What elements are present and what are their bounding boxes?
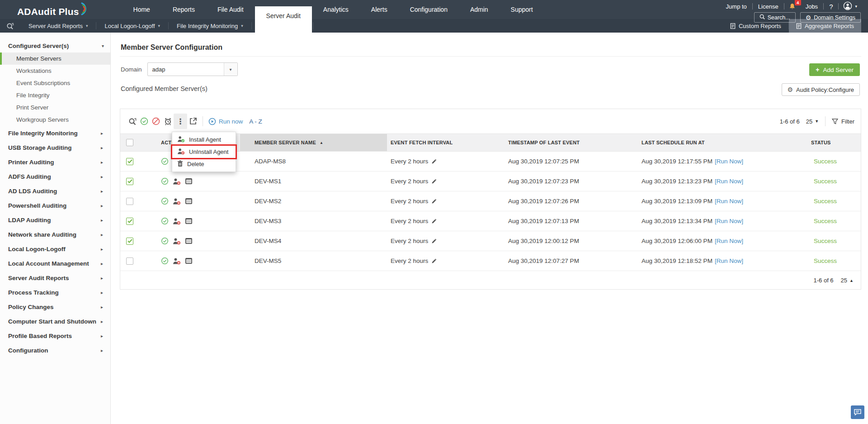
event-schedule-icon[interactable] [185, 257, 193, 264]
footer-page-size-select[interactable]: 25 ▲ [841, 277, 854, 284]
sidebar-item-file-integrity-monitoring[interactable]: File Integrity Monitoring▸ [0, 126, 110, 140]
sidebar-group-configured-servers[interactable]: Configured Server(s) ▾ [0, 39, 110, 52]
notifications-bell-icon[interactable]: 4 [784, 3, 800, 10]
audit-enabled-icon[interactable] [161, 237, 169, 245]
row-checkbox[interactable] [126, 257, 133, 265]
chat-widget-button[interactable] [851, 405, 864, 419]
user-menu[interactable]: ▾ [839, 1, 862, 12]
sidebar-item-usb-storage-auditing[interactable]: USB Storage Auditing▸ [0, 140, 110, 155]
run-now-link[interactable]: [Run Now] [715, 218, 743, 224]
sidebar-item-ad-lds-auditing[interactable]: AD LDS Auditing▸ [0, 184, 110, 198]
uninstall-agent-icon[interactable] [173, 218, 181, 225]
event-schedule-icon[interactable] [185, 238, 193, 244]
menu-item-uninstall-agent[interactable]: UnInstall Agent [172, 146, 236, 158]
nav-item-support[interactable]: Support [500, 0, 544, 19]
sidebar-item-powershell-auditing[interactable]: Powershell Auditing▸ [0, 198, 110, 213]
jobs-link[interactable]: Jobs [800, 3, 823, 10]
column-header-member-server-name[interactable]: MEMBER SERVER NAME ▲ [240, 134, 387, 151]
nav-item-server-audit[interactable]: Server Audit [255, 6, 312, 33]
sidebar-item-printer-auditing[interactable]: Printer Auditing▸ [0, 155, 110, 169]
sidebar-item-server-audit-reports[interactable]: Server Audit Reports▸ [0, 271, 110, 285]
column-header-timestamp-of-last-event[interactable]: TIMESTAMP OF LAST EVENT [505, 134, 638, 151]
sidebar-item-ldap-auditing[interactable]: LDAP Auditing▸ [0, 213, 110, 227]
enable-audit-icon[interactable] [138, 114, 150, 128]
sidebar-item-member-servers[interactable]: Member Servers [0, 52, 110, 65]
nav-item-file-audit[interactable]: File Audit [206, 0, 255, 19]
uninstall-agent-icon[interactable] [173, 198, 181, 205]
page-size-select[interactable]: 25 ▼ [806, 118, 819, 125]
disable-audit-icon[interactable] [150, 114, 162, 128]
edit-pencil-icon[interactable] [431, 158, 437, 164]
sidebar-item-workgroup-servers[interactable]: Workgroup Servers [0, 114, 110, 126]
add-server-button[interactable]: + Add Server [809, 63, 860, 76]
sidebar-item-network-share-auditing[interactable]: Network share Auditing▸ [0, 227, 110, 242]
edit-pencil-icon[interactable] [431, 198, 437, 204]
sidebar-item-policy-changes[interactable]: Policy Changes▸ [0, 300, 110, 314]
sidebar-item-local-account-management[interactable]: Local Account Management▸ [0, 256, 110, 271]
row-checkbox[interactable] [126, 218, 133, 225]
run-now-link[interactable]: [Run Now] [715, 198, 743, 205]
app-logo[interactable]: ADAudit Plus [17, 2, 90, 17]
sidebar-item-print-server[interactable]: Print Server [0, 101, 110, 114]
audit-enabled-icon[interactable] [161, 177, 169, 185]
jump-to-link[interactable]: Jump to [721, 3, 752, 10]
row-checkbox[interactable] [126, 178, 133, 185]
audit-policy-configure-button[interactable]: ⚙ Audit Policy:Configure [782, 83, 860, 96]
row-checkbox[interactable] [126, 198, 133, 205]
run-now-link[interactable]: [Run Now] [715, 158, 743, 165]
run-now-link[interactable]: [Run Now] [715, 178, 743, 185]
select-all-checkbox[interactable] [126, 139, 133, 146]
domain-select[interactable]: adap ▾ [147, 62, 238, 76]
sidebar-item-computer-start-and-shutdown[interactable]: Computer Start and Shutdown▸ [0, 314, 110, 329]
edit-pencil-icon[interactable] [431, 238, 437, 244]
nav-item-reports[interactable]: Reports [161, 0, 206, 19]
nav-item-configuration[interactable]: Configuration [399, 0, 459, 19]
column-header-status[interactable]: STATUS [807, 134, 861, 151]
nav-item-analytics[interactable]: Analytics [312, 0, 360, 19]
audit-enabled-icon[interactable] [161, 157, 169, 165]
edit-pencil-icon[interactable] [431, 218, 437, 224]
edit-pencil-icon[interactable] [431, 258, 437, 264]
sidebar-item-adfs-auditing[interactable]: ADFS Auditing▸ [0, 169, 110, 184]
column-header-event-fetch-interval[interactable]: EVENT FETCH INTERVAL [387, 134, 505, 151]
menu-item-delete[interactable]: Delete [172, 158, 236, 170]
nav-item-home[interactable]: Home [122, 0, 161, 19]
more-actions-kebab-icon[interactable]: ⋮ [174, 114, 187, 129]
run-now-link[interactable]: [Run Now] [715, 257, 743, 264]
domain-settings-button[interactable]: ⚙ Domain Settings [800, 12, 861, 23]
nav-item-alerts[interactable]: Alerts [360, 0, 399, 19]
audit-enabled-icon[interactable] [161, 217, 169, 225]
uninstall-agent-icon[interactable] [173, 178, 181, 185]
menu-local-logon-logoff[interactable]: Local Logon-Logoff▾ [96, 19, 168, 33]
filter-button[interactable]: Filter [832, 118, 854, 125]
nav-item-admin[interactable]: Admin [459, 0, 500, 19]
sidebar-item-profile-based-reports[interactable]: Profile Based Reports▸ [0, 329, 110, 343]
edit-pencil-icon[interactable] [431, 178, 437, 184]
menu-file-integrity-monitoring[interactable]: File Integrity Monitoring▾ [169, 19, 251, 33]
event-schedule-icon[interactable] [185, 218, 193, 224]
menu-item-install-agent[interactable]: Install Agent [172, 133, 236, 146]
sidebar-item-local-logon-logoff[interactable]: Local Logon-Logoff▸ [0, 242, 110, 256]
global-search-button[interactable]: Search... [754, 12, 796, 23]
sidebar-item-configuration[interactable]: Configuration▸ [0, 343, 110, 357]
advanced-search-icon[interactable] [127, 114, 138, 128]
sidebar-item-process-tracking[interactable]: Process Tracking▸ [0, 285, 110, 300]
uninstall-agent-icon[interactable] [173, 238, 181, 245]
event-schedule-icon[interactable] [185, 198, 193, 205]
row-checkbox[interactable] [126, 238, 133, 245]
license-link[interactable]: License [753, 3, 784, 10]
export-icon[interactable] [187, 114, 199, 128]
event-schedule-icon[interactable] [185, 178, 193, 185]
menu-server-audit-reports[interactable]: Server Audit Reports▾ [20, 19, 96, 33]
alert-schedule-icon[interactable] [162, 114, 174, 128]
report-search-icon[interactable] [6, 22, 14, 30]
column-header-last-schedule-run-at[interactable]: LAST SCHEDULE RUN AT [638, 134, 807, 151]
audit-enabled-icon[interactable] [161, 257, 169, 265]
run-now-link[interactable]: [Run Now] [715, 238, 743, 244]
uninstall-agent-icon[interactable] [173, 257, 181, 265]
row-checkbox[interactable] [126, 158, 133, 165]
sidebar-item-workstations[interactable]: Workstations [0, 65, 110, 77]
sidebar-item-event-subscriptions[interactable]: Event Subscriptions [0, 77, 110, 89]
sort-az-button[interactable]: A - Z [249, 118, 262, 125]
run-now-button[interactable]: Run now [208, 118, 243, 125]
